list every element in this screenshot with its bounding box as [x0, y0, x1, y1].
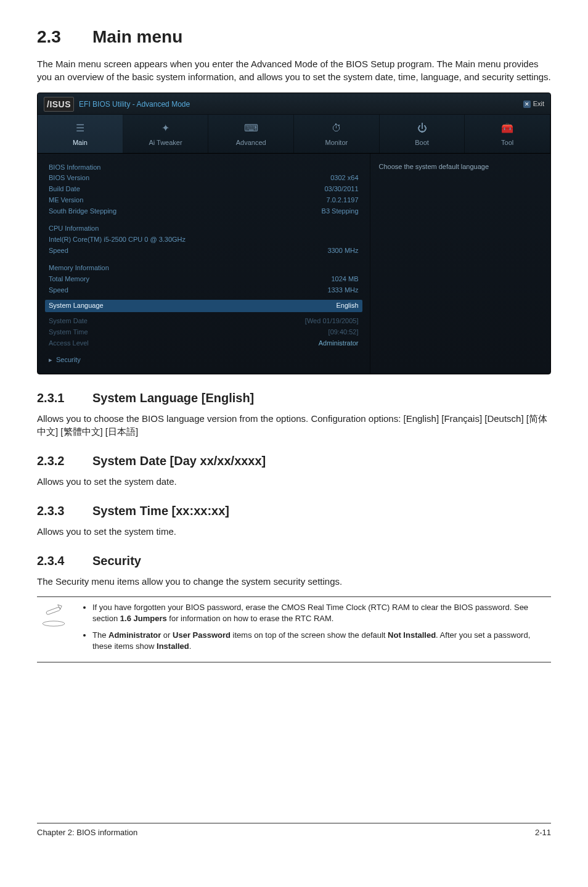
tab-monitor-label: Monitor [325, 139, 348, 146]
bios-screenshot: /ISUS EFI BIOS Utility - Advanced Mode ✕… [37, 93, 551, 374]
me-version-label: ME Version [49, 196, 83, 205]
cpu-speed-value: 3300 MHz [327, 246, 358, 256]
row-cpu-model: Intel(R) Core(TM) i5-2500 CPU 0 @ 3.30GH… [49, 234, 359, 245]
tab-tool[interactable]: 🧰 Tool [465, 115, 550, 152]
note2-a: The [92, 630, 108, 640]
sub-body-234: The Security menu items allow you to cha… [37, 575, 551, 588]
row-system-time[interactable]: System Time [09:40:52] [49, 327, 359, 338]
note2-c: or [161, 630, 173, 640]
note1-b: 1.6 Jumpers [120, 614, 167, 623]
row-me-version: ME Version 7.0.2.1197 [49, 195, 359, 206]
access-level-label: Access Level [49, 339, 89, 349]
tab-advanced-label: Advanced [236, 139, 266, 146]
tab-ai-tweaker-label: Ai Tweaker [149, 139, 182, 146]
tab-boot[interactable]: ⏻ Boot [380, 115, 465, 152]
subheading-233: 2.3.3System Time [xx:xx:xx] [37, 502, 551, 520]
memory-speed-label: Speed [49, 286, 68, 295]
tweaker-icon: ✦ [126, 121, 206, 135]
note-item-2: The Administrator or User Password items… [92, 630, 551, 652]
bios-logo: /ISUS [44, 97, 74, 112]
sub-num-233: 2.3.3 [37, 502, 92, 520]
page-footer: Chapter 2: BIOS information 2-11 [37, 823, 551, 839]
row-total-memory: Total Memory 1024 MB [49, 274, 359, 285]
bios-information-header: BIOS Information [49, 162, 359, 173]
section-intro: The Main menu screen appears when you en… [37, 57, 551, 85]
bios-tabs: ☰ Main ✦ Ai Tweaker ⌨ Advanced ⏱ Monitor… [38, 115, 550, 153]
row-system-language[interactable]: System Language English [45, 300, 362, 312]
sub-title-234: Security [92, 554, 141, 567]
note2-e: items on top of the screen show the defa… [231, 630, 388, 640]
cpu-speed-label: Speed [49, 246, 68, 256]
sub-body-231: Allows you to choose the BIOS language v… [37, 412, 551, 439]
sub-body-232: Allows you to set the system date. [37, 475, 551, 489]
exit-label: Exit [533, 99, 544, 109]
note2-b: Administrator [108, 630, 161, 640]
memory-information-label: Memory Information [49, 263, 109, 273]
row-system-date[interactable]: System Date [Wed 01/19/2005] [49, 316, 359, 327]
tab-advanced[interactable]: ⌨ Advanced [208, 115, 294, 152]
cpu-information-label: CPU Information [49, 224, 99, 234]
system-language-value: English [336, 301, 358, 311]
tab-monitor[interactable]: ⏱ Monitor [294, 115, 380, 152]
note-block: If you have forgotten your BIOS password… [37, 596, 551, 662]
subheading-232: 2.3.2System Date [Day xx/xx/xxxx] [37, 452, 551, 470]
tab-tool-label: Tool [501, 139, 513, 146]
row-security[interactable]: ▸ Security [49, 349, 359, 365]
sub-title-233: System Time [xx:xx:xx] [92, 504, 229, 518]
power-icon: ⏻ [382, 121, 462, 135]
advanced-icon: ⌨ [211, 121, 291, 135]
cpu-model: Intel(R) Core(TM) i5-2500 CPU 0 @ 3.30GH… [49, 235, 186, 245]
row-memory-speed: Speed 1333 MHz [49, 285, 359, 296]
tool-icon: 🧰 [467, 121, 547, 135]
sub-num-234: 2.3.4 [37, 552, 92, 570]
system-time-label: System Time [49, 328, 88, 337]
footer-left: Chapter 2: BIOS information [37, 827, 137, 839]
bios-version-value: 0302 x64 [330, 173, 358, 183]
row-bios-version: BIOS Version 0302 x64 [49, 173, 359, 184]
bios-titlebar: /ISUS EFI BIOS Utility - Advanced Mode ✕… [38, 93, 550, 115]
note1-c: for information on how to erase the RTC … [167, 614, 334, 623]
note-item-1: If you have forgotten your BIOS password… [92, 602, 551, 624]
exit-button[interactable]: ✕ Exit [523, 99, 544, 109]
row-south-bridge: South Bridge Stepping B3 Stepping [49, 206, 359, 217]
note2-d: User Password [173, 630, 231, 640]
sub-body-233: Allows you to set the system time. [37, 525, 551, 538]
memory-information-header: Memory Information [49, 263, 359, 274]
system-date-label: System Date [49, 316, 88, 326]
note-body: If you have forgotten your BIOS password… [81, 602, 551, 657]
note-icon [37, 602, 70, 657]
south-bridge-label: South Bridge Stepping [49, 207, 116, 217]
svg-point-0 [43, 621, 65, 626]
footer-right: 2-11 [535, 827, 551, 839]
cpu-information-header: CPU Information [49, 223, 359, 234]
note2-f: Not Installed [388, 630, 436, 640]
note2-h: Installed [157, 642, 189, 651]
chevron-right-icon: ▸ [49, 355, 52, 365]
system-language-label: System Language [49, 301, 104, 311]
sub-num-232: 2.3.2 [37, 452, 92, 470]
monitor-icon: ⏱ [296, 121, 377, 135]
bios-help-text: Choose the system default language [379, 163, 489, 170]
section-title: Main menu [92, 27, 182, 46]
south-bridge-value: B3 Stepping [322, 207, 359, 217]
me-version-value: 7.0.2.1197 [327, 196, 359, 205]
list-icon: ☰ [40, 121, 120, 135]
row-cpu-speed: Speed 3300 MHz [49, 245, 359, 257]
bios-help-panel: Choose the system default language [370, 154, 550, 374]
note2-i: . [189, 642, 192, 651]
build-date-value: 03/30/2011 [324, 184, 358, 194]
security-label: Security [56, 355, 81, 365]
section-number: 2.3 [37, 25, 92, 50]
tab-main-label: Main [73, 139, 88, 146]
sub-num-231: 2.3.1 [37, 389, 92, 407]
sub-title-232: System Date [Day xx/xx/xxxx] [92, 454, 266, 468]
system-time-value: [09:40:52] [329, 328, 359, 337]
pencil-note-icon [40, 604, 67, 629]
bios-body: BIOS Information BIOS Version 0302 x64 B… [38, 154, 550, 374]
tab-main[interactable]: ☰ Main [38, 115, 123, 152]
tab-ai-tweaker[interactable]: ✦ Ai Tweaker [123, 115, 209, 152]
svg-rect-1 [46, 607, 60, 615]
tab-boot-label: Boot [415, 139, 429, 146]
bios-title: EFI BIOS Utility - Advanced Mode [79, 99, 190, 110]
total-memory-value: 1024 MB [331, 274, 358, 284]
